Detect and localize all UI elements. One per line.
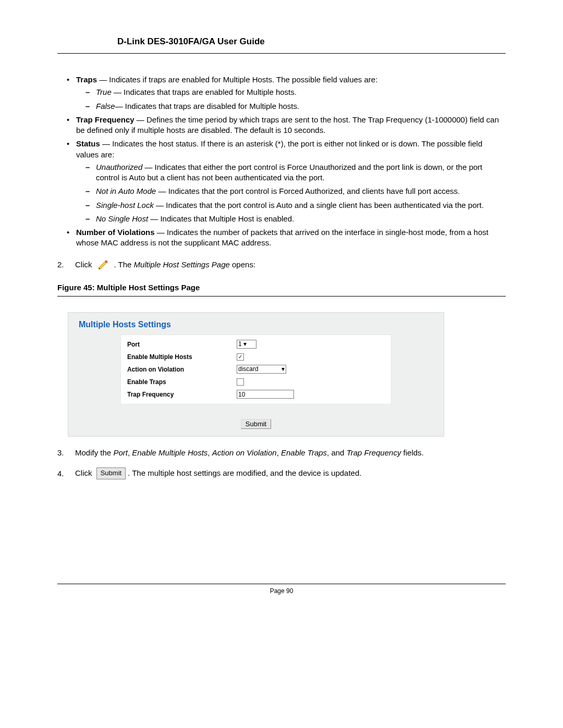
step-4: 4. Click Submit. The multiple host setti… — [57, 467, 506, 479]
page-number: Page 90 — [57, 587, 506, 595]
step-number: 3. — [57, 447, 70, 458]
page: D-Link DES-3010FA/GA User Guide Traps — … — [0, 0, 563, 728]
label-trap-freq: Trap Frequency — [127, 391, 237, 398]
submit-wrap: Submit — [68, 419, 444, 429]
desc: — Indicates the host status. If there is… — [76, 139, 482, 158]
sub-term: No Single Host — [96, 214, 148, 223]
enable-mh-checkbox[interactable]: ✓ — [237, 353, 244, 361]
port-select[interactable]: 1 ▾ — [237, 340, 256, 349]
subitem-singlehost: Single-host Lock — Indicates that the po… — [85, 200, 506, 211]
header-rule — [57, 53, 506, 54]
sub-desc: — Indicates that Multiple Host is enable… — [148, 214, 294, 223]
step-text: Modify the Port, Enable Multiple Hosts, … — [75, 447, 424, 458]
step-text: Click Submit. The multiple host settings… — [75, 467, 361, 479]
sub-desc: — Indicates that either the port control… — [96, 163, 482, 182]
figure-rule — [57, 296, 506, 297]
inline-submit-button: Submit — [96, 467, 126, 479]
sub-term: True — [96, 88, 112, 96]
panel-title: Multiple Hosts Settings — [79, 320, 444, 329]
term: Status — [76, 139, 100, 148]
settings-panel: Multiple Hosts Settings Port 1 ▾ Enable … — [68, 312, 444, 437]
steps-after: 3. Modify the Port, Enable Multiple Host… — [57, 447, 506, 479]
sub-desc: — Indicates that traps are disabled for … — [115, 102, 300, 110]
term: Traps — [76, 75, 97, 84]
svg-marker-0 — [99, 261, 106, 269]
step-after: . The Multiple Host Settings Page opens: — [114, 260, 256, 269]
footer-rule — [57, 584, 506, 584]
sub-desc: — Indicates that the port control is Aut… — [154, 201, 484, 209]
label-action: Action on Violation — [127, 366, 237, 373]
desc: — Defines the time period by which traps… — [76, 115, 499, 134]
sub-desc: — Indicates that traps are enabled for M… — [112, 88, 297, 96]
definition-list: Traps — Indicates if traps are enabled f… — [57, 75, 506, 249]
subitem-false: False— Indicates that traps are disabled… — [85, 101, 506, 112]
label-enable-traps: Enable Traps — [127, 378, 237, 386]
bullet-traps: Traps — Indicates if traps are enabled f… — [67, 75, 506, 112]
row-enable-mh: Enable Multiple Hosts ✓ — [121, 351, 391, 363]
row-enable-traps: Enable Traps — [121, 376, 391, 388]
sub-term: Single-host Lock — [96, 201, 154, 209]
figure-caption: Figure 45: Multiple Host Settings Page — [57, 283, 506, 292]
row-action: Action on Violation discard ▾ — [121, 363, 391, 376]
bullet-violations: Number of Violations — Indicates the num… — [67, 227, 506, 249]
step-text: Click — [75, 260, 92, 269]
term: Number of Violations — [76, 228, 155, 237]
submit-button[interactable]: Submit — [241, 419, 271, 429]
row-trap-freq: Trap Frequency — [121, 388, 391, 401]
step-number: 2. — [57, 260, 70, 269]
step-3: 3. Modify the Port, Enable Multiple Host… — [57, 447, 506, 458]
form-area: Port 1 ▾ Enable Multiple Hosts ✓ Action … — [120, 335, 391, 404]
bullet-status: Status — Indicates the host status. If t… — [67, 139, 506, 224]
step-number: 4. — [57, 468, 70, 479]
sub-desc: — Indicates that the port control is For… — [156, 187, 460, 195]
subitem-nosingle: No Single Host — Indicates that Multiple… — [85, 214, 506, 224]
sub-term: Not in Auto Mode — [96, 187, 156, 195]
term: Trap Frequency — [76, 115, 134, 124]
row-port: Port 1 ▾ — [121, 338, 391, 351]
desc: — Indicates if traps are enabled for Mul… — [97, 75, 377, 84]
bullet-trapfreq: Trap Frequency — Defines the time period… — [67, 115, 506, 136]
subitem-notauto: Not in Auto Mode — Indicates that the po… — [85, 186, 506, 196]
subitem-true: True — Indicates that traps are enabled … — [85, 87, 506, 97]
edit-pencil-icon — [97, 259, 109, 270]
step-2: 2. Click . The Multiple Host Settings Pa… — [57, 259, 506, 270]
trap-freq-input[interactable] — [237, 390, 294, 399]
enable-traps-checkbox[interactable] — [237, 378, 244, 386]
sub-term: Unauthorized — [96, 163, 142, 171]
label-port: Port — [127, 341, 237, 348]
subitem-unauthorized: Unauthorized — Indicates that either the… — [85, 162, 506, 183]
document-title: D-Link DES-3010FA/GA User Guide — [117, 36, 506, 47]
action-select[interactable]: discard ▾ — [237, 365, 286, 374]
label-enable-mh: Enable Multiple Hosts — [127, 353, 237, 361]
sub-term: False — [96, 102, 115, 110]
